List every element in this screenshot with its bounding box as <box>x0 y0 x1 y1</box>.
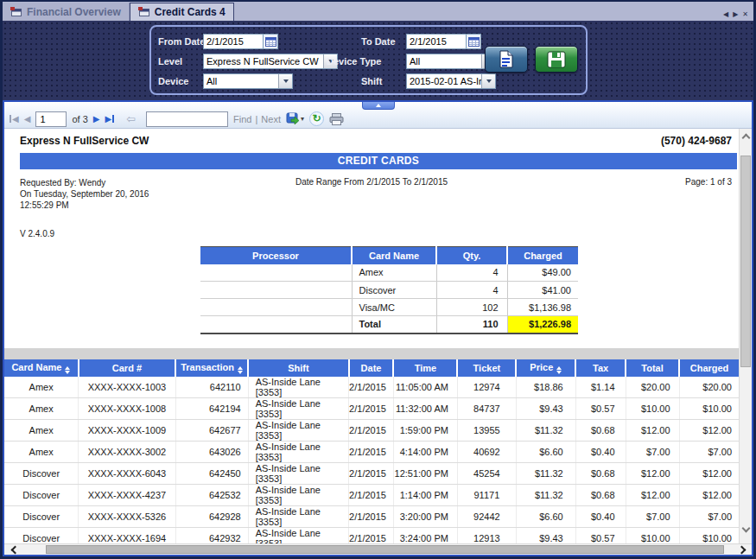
cell-date: 2/1/2015 <box>349 397 394 419</box>
col-charged[interactable]: Charged <box>679 359 739 377</box>
tab-scroll-left-icon[interactable]: ◀ <box>723 10 728 18</box>
device-select[interactable]: All <box>203 73 293 89</box>
level-select[interactable]: Express N FullService CW <box>203 54 338 69</box>
summary-col-qty: Qty. <box>436 247 507 264</box>
cell-price: $9.43 <box>516 527 575 543</box>
cell-transaction: 642110 <box>175 377 248 398</box>
horizontal-scrollbar-thumb[interactable] <box>46 545 724 554</box>
refresh-icon: ↻ <box>309 111 324 126</box>
col-transaction[interactable]: Transaction <box>175 359 248 377</box>
back-to-parent-button[interactable]: ⇦ <box>126 112 136 125</box>
from-date-input[interactable] <box>203 34 264 49</box>
cell-time: 1:59:00 PM <box>393 419 457 441</box>
col-card-name[interactable]: Card Name <box>4 359 79 377</box>
cell-date: 2/1/2015 <box>349 484 394 505</box>
find-button[interactable]: Find <box>233 114 251 124</box>
calendar-icon[interactable] <box>467 34 481 49</box>
cell-shift: AS-Inside Lane [3353] <box>248 377 348 398</box>
cell-charged: $41.00 <box>507 282 578 299</box>
last-page-button[interactable]: ▶ <box>105 114 114 124</box>
cell-charged: $20.00 <box>679 377 739 398</box>
search-input[interactable] <box>146 111 228 127</box>
collapse-filter-handle[interactable] <box>362 102 395 110</box>
save-settings-button[interactable] <box>535 46 578 73</box>
cell-transaction: 642194 <box>175 397 248 419</box>
col-price[interactable]: Price <box>516 359 575 377</box>
scroll-up-icon[interactable] <box>740 130 753 144</box>
col-date[interactable]: Date <box>349 359 394 377</box>
tab-financial-overview[interactable]: Financial Overview <box>3 3 130 21</box>
cell-price: $18.86 <box>516 377 575 398</box>
cell-time: 12:51:00 PM <box>393 462 457 484</box>
device-type-select[interactable]: All <box>406 54 496 69</box>
print-button[interactable] <box>329 113 344 125</box>
device-field: All <box>203 73 293 89</box>
site-name: Express N FullService CW <box>20 135 149 147</box>
sort-icon[interactable] <box>238 366 243 374</box>
cell-qty: 110 <box>436 316 507 333</box>
horizontal-scrollbar[interactable] <box>4 543 752 555</box>
tab-scroll-right-icon[interactable]: ▶ <box>733 10 738 18</box>
find-next-controls: Find | Next <box>233 114 281 124</box>
shift-select[interactable]: 2015-02-01 AS-In <box>406 73 496 89</box>
cell-card-name: Discover <box>4 505 79 527</box>
cell-processor <box>200 282 352 299</box>
vertical-scrollbar[interactable] <box>739 129 752 543</box>
col-tax[interactable]: Tax <box>575 359 626 377</box>
summary-col-card-name: Card Name <box>352 247 436 264</box>
col-card-number[interactable]: Card # <box>79 359 175 377</box>
cell-tax: $0.68 <box>575 462 626 484</box>
next-result-button[interactable]: Next <box>261 114 281 124</box>
tab-close-icon[interactable]: ✕ <box>742 10 748 18</box>
table-row: Amex XXXX-XXXX-3002 643026 AS-Inside Lan… <box>4 441 739 462</box>
cell-card-name: Visa/MC <box>352 299 436 316</box>
tab-controls: ◀ ▶ ✕ <box>723 10 753 21</box>
report-info-block: Requested By: Wendy On Tuesday, Septembe… <box>4 177 739 217</box>
first-page-button[interactable]: ◀ <box>10 114 19 124</box>
cell-processor <box>200 316 352 333</box>
run-report-button[interactable] <box>485 46 528 73</box>
device-label: Device <box>158 76 188 86</box>
prev-page-button[interactable]: ◀ <box>24 114 31 124</box>
col-time[interactable]: Time <box>393 359 457 377</box>
calendar-icon[interactable] <box>264 34 278 49</box>
scroll-left-icon[interactable] <box>6 544 23 555</box>
cell-card-number: XXXX-XXXX-1008 <box>79 397 175 419</box>
col-ticket[interactable]: Ticket <box>457 359 516 377</box>
sort-icon[interactable] <box>556 366 562 374</box>
cell-card-number: XXXX-XXXX-6043 <box>79 462 175 484</box>
col-total[interactable]: Total <box>626 359 679 377</box>
requested-on: On Tuesday, September 20, 2016 <box>20 188 732 200</box>
collapse-up-icon <box>376 104 381 107</box>
cell-tax: $0.68 <box>575 419 626 441</box>
cell-card-name: Amex <box>4 419 79 441</box>
export-icon <box>286 112 300 125</box>
cell-time: 3:24:00 PM <box>393 527 457 543</box>
dropdown-arrow-icon <box>278 74 292 88</box>
sort-icon[interactable] <box>65 366 70 374</box>
cell-shift: AS-Inside Lane [3353] <box>248 441 348 462</box>
cell-processor <box>200 264 352 282</box>
vertical-scrollbar-thumb[interactable] <box>740 156 751 367</box>
scroll-right-icon[interactable] <box>733 544 750 555</box>
cell-price: $11.32 <box>516 462 575 484</box>
to-date-input[interactable] <box>406 34 467 49</box>
col-shift[interactable]: Shift <box>248 359 348 377</box>
page-number-input[interactable] <box>35 111 67 127</box>
report-window-icon <box>138 7 150 17</box>
cell-ticket: 12974 <box>457 377 516 398</box>
scroll-down-icon[interactable] <box>740 521 753 535</box>
summary-col-processor: Processor <box>200 247 352 264</box>
cell-card-name: Amex <box>4 441 79 462</box>
refresh-button[interactable]: ↻ <box>309 111 324 126</box>
tab-credit-cards[interactable]: Credit Cards 4 <box>130 3 234 21</box>
cell-card-number: XXXX-XXXX-3002 <box>79 441 175 462</box>
detail-header-row: Card Name Card # Transaction Shift Date … <box>4 359 739 377</box>
cell-tax: $0.68 <box>575 484 626 505</box>
dropdown-arrow-icon <box>481 74 495 88</box>
tab-bar: Financial Overview Credit Cards 4 ◀ ▶ ✕ <box>3 2 753 21</box>
export-button[interactable]: ▾ <box>286 112 304 125</box>
summary-row: Total 110 $1,226.98 <box>200 316 578 333</box>
cell-shift: AS-Inside Lane [3353] <box>248 484 348 505</box>
next-page-button[interactable]: ▶ <box>93 114 100 124</box>
